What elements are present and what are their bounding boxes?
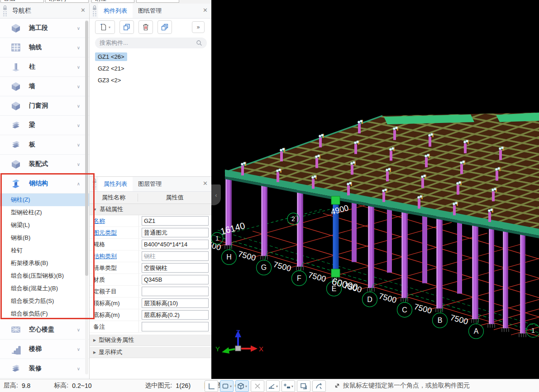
- chevron-down-icon[interactable]: ▾: [291, 384, 293, 388]
- drag-handle-icon: [93, 11, 96, 17]
- property-value-input[interactable]: [142, 287, 209, 296]
- property-row: 材质Q345B: [90, 274, 211, 286]
- close-icon[interactable]: ✕: [203, 7, 208, 14]
- nav-item-steel-plate[interactable]: 钢板(B): [0, 231, 89, 244]
- nav-item-steel-beam[interactable]: 钢梁(L): [0, 219, 89, 231]
- nav-group-wall[interactable]: 墙∨: [0, 77, 89, 96]
- panel-grip[interactable]: [1, 5, 9, 17]
- chevron-down-icon: ∨: [77, 142, 80, 147]
- property-value-input[interactable]: 层底标高(0.2): [142, 310, 209, 320]
- delete-component-button[interactable]: [138, 20, 153, 34]
- chevron-down-icon[interactable]: ▾: [276, 384, 278, 388]
- chevron-down-icon[interactable]: ▾: [245, 384, 247, 388]
- floor-combo[interactable]: 首层▾: [0, 0, 44, 3]
- tab-layer-manage[interactable]: 图层管理: [133, 177, 167, 191]
- view-3d-button[interactable]: ▾: [235, 380, 249, 392]
- component-item-GZ2[interactable]: GZ2 <21>: [90, 63, 211, 75]
- offset-button[interactable]: ▾: [281, 380, 295, 392]
- chevron-up-icon: ∧: [77, 181, 80, 186]
- arc-pick-button[interactable]: [312, 380, 326, 392]
- nav-scrollbar[interactable]: [85, 20, 88, 374]
- stairs-icon: [10, 344, 22, 354]
- svg-text:A: A: [474, 327, 479, 335]
- nav-item-composite-concrete[interactable]: 组合板(混凝土)(B): [0, 282, 89, 295]
- nav-group-axis-grid[interactable]: 轴线∨: [0, 38, 89, 57]
- search-icon: [196, 40, 202, 46]
- nav-group-construction-segment[interactable]: 施工段∨: [0, 19, 89, 38]
- nav-item-steel-column[interactable]: 钢柱(Z): [0, 194, 89, 206]
- property-row: 图元类型普通图元: [90, 227, 211, 239]
- panel-title: 导航栏: [12, 7, 31, 15]
- property-value-input[interactable]: B400*450*14*14: [142, 240, 209, 249]
- property-panel: 属性列表 图层管理 ✕ 属性名称 属性值 ▼ 基础属性 名称GZ1图元类型普通图…: [90, 176, 211, 379]
- panel-grip[interactable]: [91, 179, 98, 190]
- layers-icon: [10, 139, 22, 150]
- nav-item-src-column[interactable]: 型钢砼柱(Z): [0, 206, 89, 219]
- cube-icon: [10, 159, 22, 170]
- scrollbar-thumb[interactable]: [85, 21, 88, 276]
- selected-count-value: 1(26): [176, 382, 191, 389]
- chevron-down-icon[interactable]: ▾: [109, 25, 110, 29]
- section-steel-business[interactable]: ▶ 型钢业务属性: [90, 335, 211, 346]
- arc-pick-icon: [315, 382, 323, 390]
- nav-item-composite-profiled[interactable]: 组合板(压型钢板)(B): [0, 269, 89, 282]
- component-list: GZ1 <26>GZ2 <21>GZ3 <2>: [90, 51, 211, 86]
- section-basic-properties[interactable]: ▼ 基础属性: [90, 204, 211, 215]
- chevron-down-icon[interactable]: ▾: [230, 384, 232, 388]
- nav-group-slab[interactable]: 板∨: [0, 135, 89, 155]
- tab-component-list[interactable]: 构件列表: [98, 4, 133, 18]
- nav-item-stud[interactable]: 栓钉: [0, 244, 89, 257]
- nav-group-decoration[interactable]: 装修∨: [0, 359, 89, 378]
- nav-item-composite-negative[interactable]: 组合板负筋(F): [0, 307, 89, 320]
- property-value-input[interactable]: 钢柱: [142, 251, 209, 261]
- tab-property-list[interactable]: 属性列表: [98, 177, 133, 191]
- rect-select-button[interactable]: ▾: [220, 380, 234, 392]
- property-value-input[interactable]: 空腹钢柱: [142, 263, 209, 273]
- nav-group-beam[interactable]: 梁∨: [0, 116, 89, 135]
- model-scene[interactable]: H7500G7500F7500E7500D7500C7500B7500A7500…: [211, 0, 539, 379]
- panel-grip[interactable]: [91, 5, 98, 17]
- close-icon[interactable]: ✕: [81, 7, 86, 14]
- nav-group-steel-structure[interactable]: 钢结构∧: [0, 174, 89, 194]
- property-value-input[interactable]: [142, 322, 209, 331]
- component-item-GZ3[interactable]: GZ3 <2>: [90, 75, 211, 86]
- resize-diagonal-icon: [334, 382, 341, 389]
- nav-item-truss-deck[interactable]: 桁架楼承板(B): [0, 257, 89, 269]
- mirror-view-button[interactable]: [297, 380, 310, 392]
- angle-icon: [267, 382, 276, 390]
- nav-group-column[interactable]: 柱∨: [0, 57, 89, 77]
- offset-icon: [283, 382, 291, 390]
- nav-group-stairs[interactable]: 楼梯∨: [0, 340, 89, 359]
- property-value-input[interactable]: Q345B: [142, 275, 209, 284]
- nav-group-prefab[interactable]: 装配式∨: [0, 155, 89, 174]
- component-item-GZ1[interactable]: GZ1 <26>: [90, 51, 211, 63]
- ortho-button[interactable]: [205, 380, 218, 392]
- property-value-input[interactable]: 普通图元: [142, 228, 209, 237]
- view-3d-icon: [237, 382, 245, 390]
- property-row: 清单类型空腹钢柱: [90, 262, 211, 274]
- angle-button[interactable]: ▾: [266, 380, 280, 392]
- search-input[interactable]: 搜索构件...: [95, 38, 207, 48]
- type-combo[interactable]: 钢柱▾: [91, 0, 134, 3]
- batch-copy-button[interactable]: [157, 20, 172, 34]
- section-display-style[interactable]: ▶ 显示样式: [90, 347, 211, 358]
- layers-icon: [10, 120, 22, 131]
- property-label: 结构类别: [90, 250, 139, 262]
- cross-button[interactable]: [251, 380, 264, 392]
- nav-group-hollow-floor[interactable]: 空心楼盖∨: [0, 320, 89, 340]
- category-combo[interactable]: 钢结构▾: [45, 0, 89, 3]
- copy-component-button[interactable]: [119, 20, 134, 34]
- nav-list: 施工段∨轴线∨柱∨墙∨门窗洞∨梁∨板∨装配式∨钢结构∧钢柱(Z)型钢砼柱(Z)钢…: [0, 19, 89, 378]
- panel-collapse-handle[interactable]: ‹: [211, 184, 221, 205]
- component-combo[interactable]: GZ1▾: [136, 0, 179, 3]
- tab-drawing-manage[interactable]: 图纸管理: [133, 4, 167, 18]
- property-value-input[interactable]: GZ1: [142, 216, 209, 226]
- nav-group-door-window-opening[interactable]: 门窗洞∨: [0, 96, 89, 116]
- property-table-header: 属性名称 属性值: [90, 192, 211, 204]
- expand-toolbar-button[interactable]: »: [192, 21, 205, 33]
- nav-item-composite-rebar[interactable]: 组合板受力筋(S): [0, 295, 89, 307]
- close-icon[interactable]: ✕: [203, 180, 208, 187]
- viewport-3d[interactable]: H7500G7500F7500E7500D7500C7500B7500A7500…: [211, 0, 539, 379]
- new-component-button[interactable]: ▾: [95, 20, 115, 34]
- property-value-input[interactable]: 层顶标高(10): [142, 298, 209, 308]
